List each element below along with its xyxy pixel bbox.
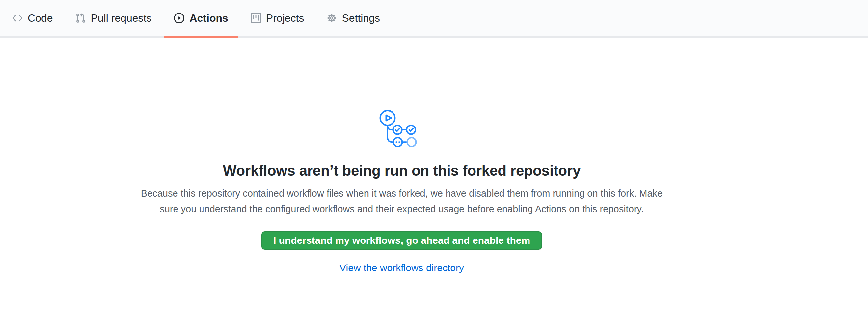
description-line-1: Because this repository contained workfl…: [0, 186, 803, 201]
tab-label: Pull requests: [91, 12, 152, 24]
workflow-graph-icon: [375, 105, 428, 148]
tab-projects[interactable]: Projects: [241, 0, 314, 36]
tab-label: Code: [28, 12, 53, 24]
tab-label: Actions: [189, 12, 228, 24]
play-icon: [174, 13, 184, 23]
blankslate-description: Because this repository contained workfl…: [0, 186, 803, 217]
tab-label: Settings: [342, 12, 380, 24]
gear-icon: [326, 13, 337, 23]
project-icon: [251, 13, 261, 23]
git-pull-request-icon: [75, 13, 86, 23]
actions-disabled-blankslate: Workflows aren’t being run on this forke…: [0, 105, 803, 274]
description-line-2: sure you understand the configured workf…: [0, 201, 803, 217]
tab-settings[interactable]: Settings: [316, 0, 390, 36]
page-title: Workflows aren’t being run on this forke…: [0, 161, 803, 181]
tab-pull-requests[interactable]: Pull requests: [65, 0, 162, 36]
tab-code[interactable]: Code: [2, 0, 63, 36]
tab-label: Projects: [266, 12, 304, 24]
view-workflows-directory-link[interactable]: View the workflows directory: [340, 262, 464, 274]
code-icon: [12, 13, 23, 23]
tab-actions[interactable]: Actions: [164, 0, 238, 36]
repo-tab-bar: Code Pull requests Actions Projects: [0, 0, 868, 37]
enable-workflows-button[interactable]: I understand my workflows, go ahead and …: [261, 231, 542, 250]
